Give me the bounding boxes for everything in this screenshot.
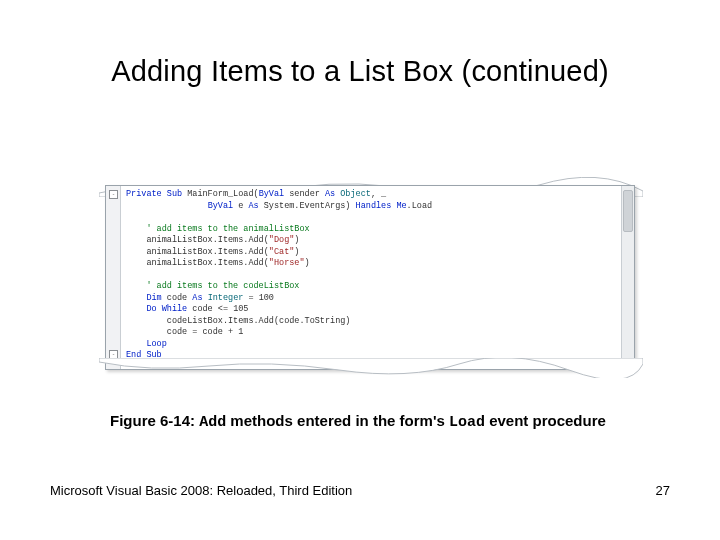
slide: Adding Items to a List Box (continued) -… [0,0,720,540]
footer-page-number: 27 [656,483,670,498]
code-gutter: - - [106,186,121,369]
code-text: animalListBox.Items.Add( [126,258,269,268]
code-text: MainForm_Load( [182,189,259,199]
code-keyword: Me [396,201,406,211]
code-pane: - - Private Sub MainForm_Load(ByVal send… [105,185,635,370]
code-text: code <= 105 [187,304,248,314]
code-text: animalListBox.Items.Add( [126,235,269,245]
code-text: = 100 [243,293,274,303]
scrollbar[interactable] [621,186,634,369]
code-keyword: End Sub [126,350,162,360]
caption-mid: methods entered in the form's [226,412,449,429]
footer-book-title: Microsoft Visual Basic 2008: Reloaded, T… [50,483,352,498]
caption-code-2: Load [449,414,485,431]
code-text: sender [284,189,325,199]
collapse-marker: - [109,190,118,199]
caption-prefix: Figure 6-14: [110,412,199,429]
code-text: System.EventArgs) [259,201,356,211]
code-text [126,304,146,314]
code-keyword: As [248,201,258,211]
code-text: animalListBox.Items.Add( [126,247,269,257]
code-string: "Cat" [269,247,295,257]
code-figure: - - Private Sub MainForm_Load(ByVal send… [105,185,635,370]
code-text: ) [294,235,299,245]
code-text [126,293,146,303]
code-text: codeListBox.Items.Add(code.ToString) [126,316,350,326]
code-text: .Load [407,201,433,211]
code-keyword: ByVal [208,201,234,211]
code-type: Integer [203,293,244,303]
code-keyword: As [192,293,202,303]
code-string: "Horse" [269,258,305,268]
code-text: , _ [371,189,386,199]
code-text: code = code + 1 [126,327,243,337]
code-keyword: Private Sub [126,189,182,199]
code-keyword: Dim [146,293,161,303]
code-keyword: Do While [146,304,187,314]
code-text [126,201,208,211]
code-text: ) [305,258,310,268]
code-text: e [233,201,248,211]
slide-title: Adding Items to a List Box (continued) [0,55,720,88]
code-listing: Private Sub MainForm_Load(ByVal sender A… [126,189,618,369]
code-keyword: Loop [146,339,166,349]
code-comment: ' add items to the animalListBox [126,224,310,234]
code-comment: ' add items to the codeListBox [126,281,299,291]
code-text: code [162,293,193,303]
code-keyword: As [325,189,335,199]
code-keyword: Handles [356,201,392,211]
code-text [126,339,146,349]
code-text: ) [294,247,299,257]
code-keyword: ByVal [259,189,285,199]
caption-suffix: event procedure [485,412,606,429]
code-type: Object [335,189,371,199]
code-string: "Dog" [269,235,295,245]
scrollbar-thumb[interactable] [623,190,633,232]
caption-code-1: Add [199,414,226,431]
figure-caption: Figure 6-14: Add methods entered in the … [110,412,690,431]
collapse-marker: - [109,350,118,359]
